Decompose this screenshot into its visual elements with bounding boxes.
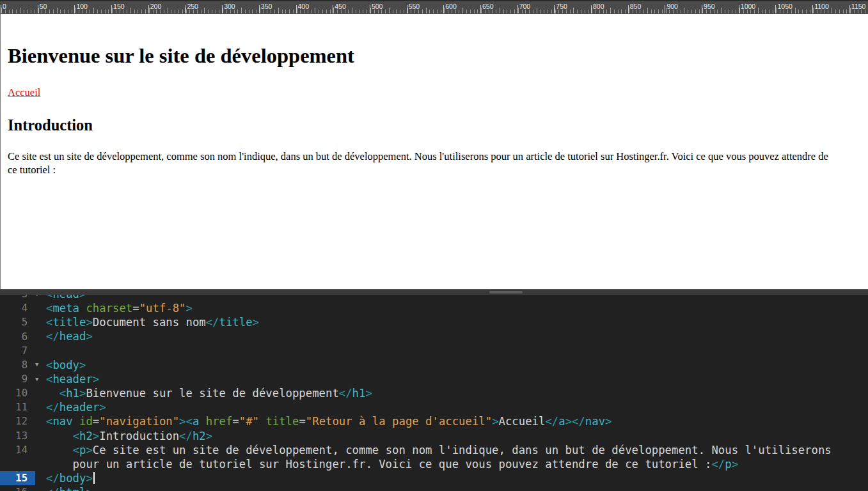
line-number: 5: [0, 316, 35, 328]
line-number: 7: [0, 345, 35, 357]
code-line[interactable]: 11</header>: [0, 400, 868, 414]
ruler-label: 800: [593, 3, 604, 10]
code-line[interactable]: 16</html>: [0, 485, 868, 491]
code-line[interactable]: 7: [0, 344, 868, 358]
nav-bar: Accueil: [8, 86, 40, 99]
code-text: <meta charset="utf-8">: [46, 301, 193, 315]
accueil-link[interactable]: Accueil: [8, 86, 40, 98]
code-text: <p>Ce site est un site de développement,…: [46, 443, 832, 457]
ruler-label: 0: [3, 3, 6, 10]
ruler-tick: [370, 5, 370, 13]
code-fold-arrow-icon[interactable]: ▼: [35, 295, 46, 297]
code-text: <head>: [46, 295, 86, 301]
ruler-label: 700: [519, 3, 531, 10]
code-editor[interactable]: 3▼<head>4<meta charset="utf-8">5<title>D…: [0, 295, 868, 491]
code-line[interactable]: 6</head>: [0, 329, 868, 343]
ruler-label: 300: [224, 3, 235, 10]
line-number: 12: [0, 416, 35, 427]
ruler-label: 200: [150, 3, 162, 10]
code-line[interactable]: 13 <h2>Introduction</h2>: [0, 429, 868, 443]
line-number: 11: [0, 401, 35, 413]
ruler-tick: [407, 5, 407, 13]
line-number: 4: [0, 302, 35, 314]
ruler-tick: [74, 5, 75, 13]
code-line[interactable]: 9▼<header>: [0, 372, 868, 386]
ruler-tick: [259, 5, 260, 13]
ruler-label: 250: [187, 3, 198, 10]
ruler-mid-ticks: [1, 8, 868, 13]
code-text: </body>: [46, 471, 95, 485]
ruler-tick: [148, 5, 149, 13]
ruler-label: 100: [76, 3, 88, 10]
ruler-label: 350: [261, 3, 272, 10]
line-number: 3: [0, 295, 35, 300]
ruler-tick: [849, 5, 850, 13]
ruler-tick: [185, 5, 185, 13]
ruler-label: 1150: [851, 3, 866, 10]
text-caret: [93, 472, 95, 484]
code-text: </head>: [46, 329, 93, 343]
ruler-tick: [554, 5, 555, 13]
ruler-tick: [222, 5, 223, 13]
active-line-number: 15: [0, 471, 35, 485]
ruler-tick: [517, 5, 518, 13]
code-text: <title>Document sans nom</title>: [46, 315, 259, 329]
line-number: 6: [0, 331, 35, 343]
code-text: pour un article de tutoriel sur Hostinge…: [46, 457, 738, 471]
code-text: <h2>Introduction</h2>: [46, 429, 212, 443]
line-number: 16: [0, 487, 35, 491]
code-line[interactable]: 12<nav id="navigation"><a href="#" title…: [0, 414, 868, 428]
ruler-tick: [739, 5, 739, 13]
ruler-label: 50: [40, 3, 47, 10]
line-number: 10: [0, 387, 35, 399]
code-fold-arrow-icon[interactable]: ▼: [35, 362, 46, 368]
code-line-wrap[interactable]: pour un article de tutoriel sur Hostinge…: [0, 457, 868, 471]
section-heading: Introduction: [8, 116, 93, 135]
line-number: 9: [0, 373, 35, 385]
ruler-tick: [591, 5, 592, 13]
code-line[interactable]: 3▼<head>: [0, 295, 868, 301]
ruler-label: 1100: [814, 3, 829, 10]
code-text: <body>: [46, 358, 86, 372]
ruler-label: 450: [335, 3, 346, 10]
ruler-label: 600: [445, 3, 457, 10]
ruler-label: 400: [298, 3, 310, 10]
code-line[interactable]: 5<title>Document sans nom</title>: [0, 315, 868, 329]
ruler-label: 500: [372, 3, 383, 10]
ruler-tick: [38, 5, 38, 13]
ruler-label: 1000: [741, 3, 755, 10]
ruler-tick: [333, 5, 333, 13]
intro-paragraph: Ce site est un site de développement, co…: [8, 150, 839, 177]
code-line[interactable]: 15</body>: [0, 471, 868, 485]
code-text: <nav id="navigation"><a href="#" title="…: [46, 414, 612, 428]
ruler-label: 950: [704, 3, 715, 10]
ruler-tick: [296, 5, 297, 13]
code-text: </header>: [46, 400, 106, 414]
ruler-tick: [665, 5, 665, 13]
ruler-label: 750: [556, 3, 567, 10]
line-number: 8: [0, 359, 35, 371]
ruler-label: 150: [113, 3, 125, 10]
splitter-grip: [489, 291, 523, 293]
ruler-tick: [702, 5, 702, 13]
code-line[interactable]: 8▼<body>: [0, 358, 868, 372]
ruler-label: 650: [482, 3, 494, 10]
ruler-label: 550: [409, 3, 420, 10]
ruler-label: 1050: [777, 3, 792, 10]
pane-splitter[interactable]: [0, 289, 868, 295]
line-number: 13: [0, 430, 35, 442]
horizontal-ruler: 0501001502002503003504004505005506006507…: [0, 0, 868, 14]
ruler-tick: [443, 5, 444, 13]
ruler-tick: [628, 5, 629, 13]
code-text: <h1>Bienvenue sur le site de développeme…: [46, 386, 372, 400]
ruler-tick: [812, 5, 813, 13]
ruler-label: 850: [630, 3, 642, 10]
ruler-tick: [1, 5, 1, 13]
code-line[interactable]: 10 <h1>Bienvenue sur le site de développ…: [0, 386, 868, 400]
code-fold-arrow-icon[interactable]: ▼: [35, 377, 46, 382]
ruler-tick: [111, 5, 112, 13]
page-heading: Bienvenue sur le site de développement: [8, 44, 354, 68]
code-line[interactable]: 14 <p>Ce site est un site de développeme…: [0, 443, 868, 457]
design-view[interactable]: Bienvenue sur le site de développement A…: [0, 14, 868, 289]
code-line[interactable]: 4<meta charset="utf-8">: [0, 301, 868, 315]
